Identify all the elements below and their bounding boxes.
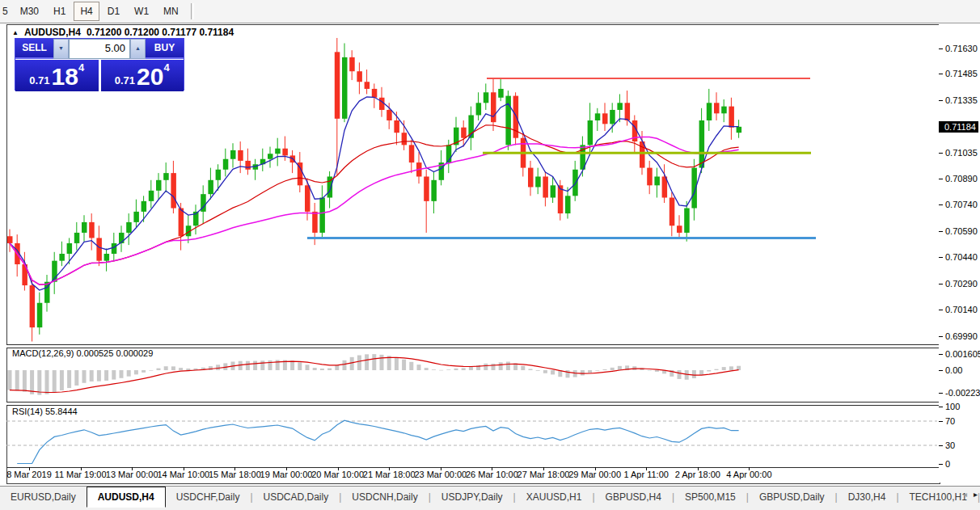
rsi-axis-label-text: 100 — [945, 402, 960, 412]
x-axis-label: 27 Mar 18:00 — [517, 470, 570, 479]
timeframe-button-d1[interactable]: D1 — [101, 2, 126, 21]
x-axis-tick — [698, 467, 699, 470]
x-axis-tick — [29, 467, 30, 470]
pane-divider[interactable] — [6, 402, 939, 406]
timeframe-button-w1[interactable]: W1 — [128, 2, 155, 21]
x-axis-label: 2 Apr 18:00 — [675, 470, 720, 479]
axis-tick-mark — [939, 153, 943, 154]
axis-tick-mark — [939, 370, 943, 371]
volume-decrease-button[interactable]: ▼ — [53, 39, 69, 59]
macd-axis-label-text: 0.001605 — [945, 349, 980, 360]
volume-increase-button[interactable]: ▲ — [130, 39, 146, 59]
axis-tick-mark — [939, 354, 943, 355]
x-axis-tick — [81, 467, 82, 470]
sell-button[interactable]: SELL — [15, 39, 53, 59]
x-axis-label: 11 Mar 19:00 — [55, 470, 107, 479]
x-axis-label: 8 Mar 2019 — [6, 470, 52, 479]
timeframe-button-m30[interactable]: M30 — [14, 2, 45, 21]
price-axis-label-text: 0.69990 — [945, 331, 978, 342]
one-click-trade-panel: SELL ▼ 5.00 ▲ BUY 0.71 18 4 0.71 20 4 — [15, 38, 184, 91]
buy-price-pipette: 4 — [163, 61, 169, 74]
tab-scroll-right-icon[interactable]: ▸ — [974, 490, 978, 499]
tab-eurusd-daily[interactable]: EURUSD,Daily — [0, 489, 87, 506]
axis-tick-mark — [939, 393, 943, 394]
axis-tick-mark — [939, 204, 943, 205]
symbol-title: AUDUSD,H4 — [24, 27, 81, 38]
axis-tick-mark — [939, 179, 943, 179]
axis-tick-mark — [939, 48, 943, 49]
price-axis-label-text: 0.70590 — [945, 226, 978, 237]
timeframe-button-h4[interactable]: H4 — [74, 2, 99, 21]
tab-dj30-h4[interactable]: DJ30,H4 — [838, 489, 897, 506]
sell-price-pipette: 4 — [78, 61, 84, 74]
price-axis-label-text: 0.71035 — [945, 148, 978, 158]
macd-axis-label-text: -0.002235 — [945, 388, 980, 398]
x-axis-label: 15 Mar 18:00 — [209, 470, 261, 479]
tab-scroll-buttons: ◂ ▸ — [963, 490, 978, 499]
axis-tick-mark — [939, 100, 943, 101]
tab-usdchf-daily[interactable]: USDCHF,Daily — [166, 489, 251, 506]
time-axis-line — [6, 467, 939, 468]
x-axis-label: 20 Mar 10:00 — [311, 470, 364, 479]
sell-price-box[interactable]: 0.71 18 4 — [15, 60, 99, 91]
chart-header: ▲ AUDUSD,H4 0.71200 0.71200 0.71177 0.71… — [12, 27, 234, 38]
x-axis-tick — [338, 467, 339, 470]
price-axis-label-text: 0.71335 — [945, 95, 978, 106]
rsi-pane[interactable] — [6, 404, 938, 467]
sell-price-big: 18 — [52, 65, 78, 89]
rsi-axis-label-text: 0 — [945, 459, 950, 470]
x-axis-label: 1 Apr 11:00 — [623, 470, 668, 479]
tab-gbpusd-h4[interactable]: GBPUSD,H4 — [595, 489, 672, 506]
tab-usdjpy-daily[interactable]: USDJPY,Daily — [431, 489, 513, 506]
x-axis-tick — [543, 467, 544, 470]
price-axis-label-text: 0.70140 — [945, 305, 978, 315]
x-axis-tick — [749, 467, 750, 470]
price-axis-label-text: 0.70740 — [945, 200, 978, 210]
price-axis: 0.71184 0.716300.714850.713350.711840.71… — [939, 24, 978, 483]
tab-xauusd-h1[interactable]: XAUUSD,H1 — [516, 489, 593, 506]
buy-button[interactable]: BUY — [146, 39, 184, 59]
timeframe-button-h1[interactable]: H1 — [47, 2, 72, 21]
chart-tabs-bar: EURUSD,DailyAUDUSD,H4USDCHF,Daily|USDCAD… — [0, 486, 980, 510]
rsi-axis-label-text: 30 — [945, 440, 955, 451]
tab-gbpusd-daily[interactable]: GBPUSD,Daily — [749, 489, 835, 506]
x-axis-label: 19 Mar 00:00 — [260, 470, 313, 479]
tab-scroll-left-icon[interactable]: ◂ — [963, 490, 967, 499]
buy-price-big: 20 — [137, 65, 163, 89]
x-axis-tick — [441, 467, 441, 470]
tab-audusd-h4[interactable]: AUDUSD,H4 — [87, 487, 166, 508]
buy-price-box[interactable]: 0.71 20 4 — [101, 60, 184, 91]
collapse-arrow-icon[interactable]: ▲ — [12, 29, 19, 36]
x-axis-label: 21 Mar 18:00 — [363, 470, 416, 479]
x-axis-tick — [389, 467, 390, 470]
x-axis-label: 4 Apr 00:00 — [726, 470, 771, 479]
sell-price-prefix: 0.71 — [29, 74, 49, 86]
axis-tick-mark — [939, 407, 943, 407]
timeframe-button-mn[interactable]: MN — [157, 2, 185, 21]
axis-tick-mark — [939, 421, 943, 422]
current-price-marker: 0.71184 — [939, 121, 978, 133]
axis-tick-mark — [939, 445, 943, 446]
x-axis-tick — [286, 467, 287, 470]
axis-tick-mark — [939, 336, 943, 337]
price-axis-label-text: 0.71485 — [945, 69, 978, 79]
axis-tick-mark — [939, 231, 943, 232]
x-axis-tick — [492, 467, 492, 470]
x-axis-label: 26 Mar 10:00 — [466, 470, 518, 479]
volume-input[interactable]: 5.00 — [69, 39, 130, 59]
tab-sp500-m15[interactable]: SP500,M15 — [674, 489, 746, 506]
rsi-label: RSI(14) 55.8444 — [12, 407, 78, 416]
timeframe-button-5[interactable]: 5 — [1, 2, 12, 21]
price-axis-label-text: 0.70890 — [945, 174, 978, 184]
x-axis-tick — [184, 467, 184, 470]
x-axis-tick — [132, 467, 133, 470]
axis-tick-mark — [939, 284, 943, 285]
x-axis-label: 14 Mar 10:00 — [157, 470, 209, 479]
tab-usdcad-daily[interactable]: USDCAD,Daily — [253, 489, 340, 506]
x-axis-label: 13 Mar 00:00 — [106, 470, 158, 479]
axis-tick-mark — [939, 257, 943, 258]
trading-platform-window: 5M30H1H4D1W1MN ▲ AUDUSD,H4 0.71200 0.712… — [0, 0, 980, 510]
tab-usdcnh-daily[interactable]: USDCNH,Daily — [341, 489, 428, 506]
x-axis-label: 23 Mar 00:00 — [414, 470, 467, 479]
price-axis-label-text: 0.71630 — [945, 44, 978, 54]
